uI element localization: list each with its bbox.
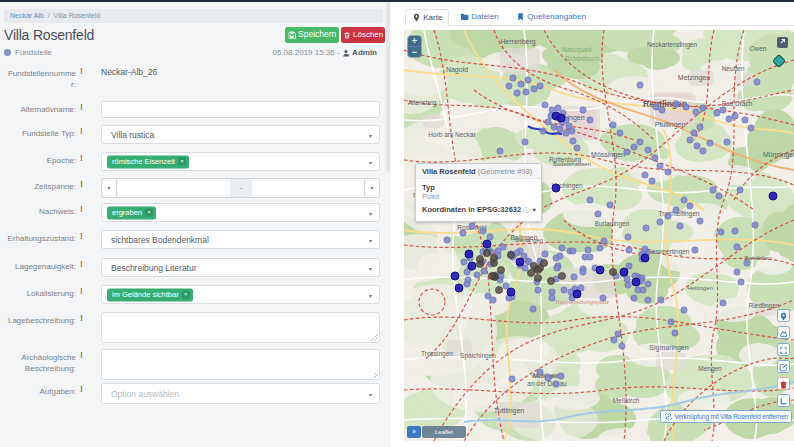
- svg-text:Schönbuch: Schönbuch: [564, 55, 599, 62]
- svg-text:Altensteig: Altensteig: [408, 99, 437, 107]
- svg-text:Sigmaringen: Sigmaringen: [649, 344, 688, 352]
- svg-text:Burladingen: Burladingen: [595, 220, 630, 228]
- svg-text:Neckartenzlingen: Neckartenzlingen: [647, 41, 698, 49]
- svg-text:Münsingen: Münsingen: [763, 151, 794, 159]
- svg-text:Reutlingen: Reutlingen: [643, 99, 687, 109]
- svg-text:Spaichingen: Spaichingen: [460, 352, 496, 360]
- svg-text:Herrenberg: Herrenberg: [500, 38, 536, 46]
- svg-text:Pfullingen: Pfullingen: [655, 121, 686, 129]
- svg-text:Bad Urach: Bad Urach: [722, 100, 753, 107]
- svg-text:Naturpark: Naturpark: [562, 46, 593, 54]
- svg-text:Geislingen: Geislingen: [515, 237, 543, 243]
- svg-text:Trossingen: Trossingen: [421, 350, 453, 358]
- svg-text:Riedlingen: Riedlingen: [749, 302, 780, 310]
- svg-text:Bodelshausen: Bodelshausen: [553, 161, 591, 167]
- svg-text:Tuttlingen: Tuttlingen: [494, 407, 525, 415]
- svg-text:Nagold: Nagold: [446, 66, 468, 74]
- svg-text:Mössingen: Mössingen: [591, 151, 625, 159]
- svg-text:Mengen: Mengen: [698, 365, 722, 373]
- svg-text:Horb am Neckar: Horb am Neckar: [428, 131, 476, 138]
- svg-text:Gammertingen: Gammertingen: [647, 248, 690, 256]
- svg-text:Hettingen: Hettingen: [687, 285, 713, 291]
- svg-text:Meßkirch: Meßkirch: [613, 397, 640, 404]
- svg-text:Metzingen: Metzingen: [678, 74, 710, 82]
- svg-text:Neuffen: Neuffen: [722, 65, 745, 72]
- svg-text:Owen: Owen: [750, 45, 767, 52]
